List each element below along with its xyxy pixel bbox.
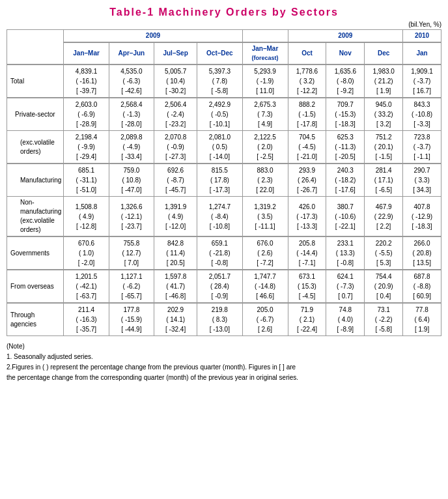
header-col0	[7, 30, 64, 65]
row-label: Non-manufacturing(exc.volatile orders)	[7, 197, 64, 237]
table-cell: 1,778.6( 3.2)[ -12.2]	[288, 64, 326, 98]
table-cell: 673.1( 15.3)[ -4.5]	[288, 270, 326, 303]
table-cell: 2,568.4( -1.3)[ -28.0]	[109, 98, 154, 131]
header-jan: Jan	[403, 42, 441, 64]
table-cell: 1,319.2( 3.5)[ -11.1]	[242, 197, 288, 237]
table-cell: 883.0( 2.3)[ 22.0]	[242, 164, 288, 197]
table-cell: 407.8( -12.9)[ -18.3]	[403, 197, 441, 237]
table-cell: 1,597.8( 41.7)[ -46.8]	[154, 270, 197, 303]
table-cell: 219.8( 8.3)[ -13.0]	[197, 303, 242, 336]
table-cell: 624.1( -7.3)[ 0.7]	[326, 270, 365, 303]
header-oct: Oct	[288, 42, 326, 64]
table-cell: 759.0( 10.8)[ -47.0]	[109, 164, 154, 197]
table-cell: 1,508.8( 4.9)[ -12.8]	[64, 197, 109, 237]
table-cell: 266.0( 20.8)[ 13.5]	[403, 236, 441, 270]
header-jan-mar-fc: Jan–Mar (forecast)	[242, 42, 288, 64]
header-oct-dec: Oct–Dec	[197, 42, 242, 64]
table-cell: 685.1( -31.1)[ -51.0]	[64, 164, 109, 197]
table-cell: 692.6( -8.7)[ -45.7]	[154, 164, 197, 197]
table-cell: 2,492.9( -0.5)[ -10.1]	[197, 98, 242, 131]
table-cell: 77.8( 6.4)[ 1.9]	[403, 303, 441, 336]
table-cell: 2,081.0( 0.5)[ -14.0]	[197, 131, 242, 164]
table-cell: 1,274.7( -8.4)[ -10.8]	[197, 197, 242, 237]
table-cell: 73.1( -2.2)[ -5.8]	[365, 303, 403, 336]
table-cell: 281.4( 17.1)[ -6.5]	[365, 164, 403, 197]
header-dec: Dec	[365, 42, 403, 64]
table-cell: 71.9( 2.1)[ -22.4]	[288, 303, 326, 336]
table-cell: 842.8( 11.4)[ 20.5]	[154, 236, 197, 270]
table-cell: 5,293.9( -1.9)[ 11.0]	[242, 64, 288, 98]
table-cell: 676.0( 2.6)[ -7.2]	[242, 236, 288, 270]
row-label: Through agencies	[7, 303, 64, 336]
table-cell: 2,506.4( -2.4)[ -23.2]	[154, 98, 197, 131]
table-cell: 205.0( -6.7)[ 2.6]	[242, 303, 288, 336]
table-cell: 205.8( -14.4)[ -7.1]	[288, 236, 326, 270]
table-cell: 751.2( 20.1)[ -1.5]	[365, 131, 403, 164]
table-cell: 290.7( 3.3)[ 34.3]	[403, 164, 441, 197]
table-cell: 2,070.8( -0.9)[ -27.3]	[154, 131, 197, 164]
header-nov: Nov	[326, 42, 365, 64]
row-label: Total	[7, 64, 64, 98]
note-text: (Note)	[7, 341, 441, 352]
table-cell: 2,675.3( 7.3)[ 4.9]	[242, 98, 288, 131]
header-jan-mar: Jan–Mar	[64, 42, 109, 64]
table-cell: 5,005.7( 10.4)[ -30.2]	[154, 64, 197, 98]
header-2010-year: 2010	[403, 30, 441, 43]
table-cell: 888.2( -1.5)[ -17.8]	[288, 98, 326, 131]
header-2009-monthly: 2009	[288, 30, 403, 43]
table-cell: 211.4( -16.3)[ -35.7]	[64, 303, 109, 336]
row-label: From overseas	[7, 270, 64, 303]
page-title: Table-1 Machinery Orders by Sectors	[7, 7, 441, 18]
table-cell: 1,127.1( -6.2)[ -65.7]	[109, 270, 154, 303]
table-cell: 1,326.6( -12.1)[ -23.7]	[109, 197, 154, 237]
table-cell: 2,051.7( 28.4)[ -0.9]	[197, 270, 242, 303]
table-cell: 4,535.0( -6.3)[ -42.6]	[109, 64, 154, 98]
main-table: 2009 2009 2010 Jan–Mar Apr–Jun Jul–Sep O…	[7, 29, 441, 336]
table-cell: 233.1( 13.3)[ -0.8]	[326, 236, 365, 270]
note-text: 2.Figures in ( ) represent the percentag…	[7, 362, 441, 373]
table-cell: 467.9( 22.9)[ 2.2]	[365, 197, 403, 237]
table-cell: 1,747.7( -14.8)[ 46.6]	[242, 270, 288, 303]
table-cell: 2,122.5( 2.0)[ -2.5]	[242, 131, 288, 164]
row-label: Governments	[7, 236, 64, 270]
table-cell: 1,201.5( -42.1)[ -63.7]	[64, 270, 109, 303]
table-cell: 2,198.4( -9.9)[ -29.4]	[64, 131, 109, 164]
table-cell: 5,397.3( 7.8)[ -5.8]	[197, 64, 242, 98]
table-cell: 293.9( 26.4)[ -26.7]	[288, 164, 326, 197]
table-cell: 2,603.0( -6.9)[ -28.9]	[64, 98, 109, 131]
table-cell: 687.8( -8.8)[ 60.9]	[403, 270, 441, 303]
table-cell: 74.8( 4.0)[ -8.9]	[326, 303, 365, 336]
table-cell: 2,089.8( -4.9)[ -33.4]	[109, 131, 154, 164]
table-cell: 177.8( -15.9)[ -44.9]	[109, 303, 154, 336]
table-cell: 755.8( 12.7)[ 7.0]	[109, 236, 154, 270]
note-text: 1. Seasonally adjusted series.	[7, 352, 441, 362]
table-cell: 754.4( 20.9)[ 0.4]	[365, 270, 403, 303]
table-cell: 1,635.6( -8.0)[ -9.2]	[326, 64, 365, 98]
note-text: the percentage change from the correspon…	[7, 373, 441, 383]
row-label: Manufacturing	[7, 164, 64, 197]
header-2009-year: 2009	[64, 30, 242, 43]
table-cell: 1,909.1( -3.7)[ 16.7]	[403, 64, 441, 98]
header-2010-year-fc	[242, 30, 288, 43]
table-cell: 723.8( -3.7)[ -1.1]	[403, 131, 441, 164]
table-cell: 202.9( 14.1)[ -32.4]	[154, 303, 197, 336]
table-cell: 843.3( -10.8)[ -3.3]	[403, 98, 441, 131]
header-apr-jun: Apr–Jun	[109, 42, 154, 64]
table-cell: 380.7( -10.6)[ -22.1]	[326, 197, 365, 237]
header-jul-sep: Jul–Sep	[154, 42, 197, 64]
table-cell: 670.6( 1.0)[ -2.0]	[64, 236, 109, 270]
table-cell: 625.3( -11.3)[ -20.5]	[326, 131, 365, 164]
table-cell: 659.1( -21.8)[ -0.8]	[197, 236, 242, 270]
table-cell: 220.2( -5.5)[ 5.3]	[365, 236, 403, 270]
row-label: (exc.volatile orders)	[7, 131, 64, 164]
table-cell: 1,983.0( 21.2)[ 1.9]	[365, 64, 403, 98]
table-cell: 709.7( -15.3)[ -18.3]	[326, 98, 365, 131]
unit-label: (bil.Yen, %)	[7, 21, 441, 28]
table-cell: 1,391.9( 4.9)[ -12.0]	[154, 197, 197, 237]
table-cell: 240.3( -18.2)[ -17.6]	[326, 164, 365, 197]
row-label: Private-sector	[7, 98, 64, 131]
notes-section: (Note)1. Seasonally adjusted series.2.Fi…	[7, 341, 441, 383]
table-cell: 4,839.1( -16.1)[ -39.7]	[64, 64, 109, 98]
table-cell: 704.5( -4.5)[ -21.0]	[288, 131, 326, 164]
table-cell: 426.0( -17.3)[ -13.3]	[288, 197, 326, 237]
